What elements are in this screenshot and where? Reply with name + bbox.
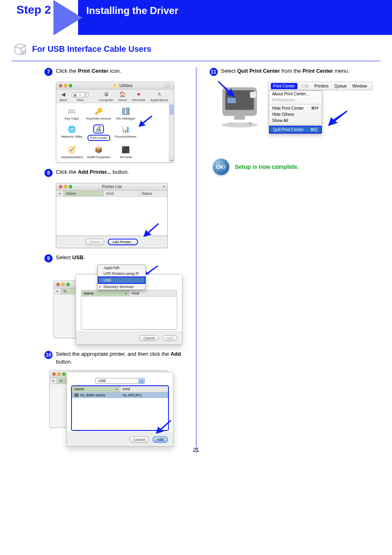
add-printer-sheet: AppleTalk LPR Printers using IP USB Dire…: [76, 274, 182, 345]
toolbar-toggle[interactable]: [165, 84, 171, 87]
window-body: ⌨️Key Caps 🔑Keychain Access ℹ️Info Manag…: [56, 103, 174, 162]
delete-button[interactable]: Delete: [85, 239, 104, 245]
t-bold: Add Printer...: [78, 169, 111, 175]
favorites-button[interactable]: ♥ Favorites: [132, 91, 145, 102]
scrollbar[interactable]: ▲ ▼: [169, 103, 174, 162]
column-right: 11 Select Quit Print Center from the Pri…: [196, 67, 384, 452]
app-keycaps[interactable]: ⌨️Key Caps: [59, 106, 85, 120]
header-heading: Installing the Driver: [86, 5, 178, 16]
list-header: Name▲ Kind: [81, 290, 177, 297]
t: .: [83, 254, 85, 260]
menu-print-center[interactable]: Print Center: [271, 83, 297, 89]
minimize-icon[interactable]: [64, 84, 67, 88]
view-switcher[interactable]: ▦ ≡ ☰ View: [72, 92, 88, 102]
step-text: Click the Print Center icon.: [56, 67, 121, 75]
computer-button[interactable]: 🖥 Computer: [99, 91, 113, 102]
kind-col[interactable]: Kind: [104, 191, 139, 196]
name-col[interactable]: Name: [74, 387, 84, 391]
sheet-footer: Cancel Add: [76, 332, 182, 344]
kind-col[interactable]: Kind: [120, 386, 168, 392]
t: Select the appropriate printer, and then…: [56, 351, 171, 357]
svg-marker-5: [156, 420, 171, 434]
step-8: 8 Click the Add Printer... button.: [12, 168, 192, 177]
back-button[interactable]: ◀ Back: [60, 91, 67, 102]
minimize-icon[interactable]: [64, 185, 67, 189]
menu-appletalk[interactable]: AppleTalk: [98, 265, 145, 271]
ok-row: OK! Setup is now complete.: [201, 159, 380, 175]
traffic-lights[interactable]: [59, 185, 72, 189]
menu-hide[interactable]: Hide Print Center⌘H: [269, 105, 322, 111]
svg-point-15: [249, 123, 251, 125]
label: View: [76, 98, 83, 102]
window-title: Utilities: [119, 83, 132, 88]
menu-printers[interactable]: Printers: [313, 84, 330, 88]
add-printer-button[interactable]: Add Printer...: [108, 239, 138, 245]
printer-list-window: Printer List ● Name ▲ Kind Status Delete…: [56, 183, 168, 248]
label: Info Manager: [116, 117, 135, 120]
t: Select: [221, 68, 238, 74]
menu-directory[interactable]: Directory Services: [98, 284, 145, 290]
app-keychain[interactable]: 🔑Keychain Access: [86, 106, 112, 120]
close-icon[interactable]: [59, 84, 62, 88]
zoom-icon[interactable]: [69, 84, 72, 88]
label: SetupAssistant: [61, 155, 83, 159]
step-number: 11: [210, 68, 218, 76]
app-printcenter[interactable]: 🖨Print Center: [86, 124, 112, 141]
home-button[interactable]: 🏠 Home: [118, 91, 127, 102]
menu-show-all[interactable]: Show All: [269, 117, 322, 124]
default-col[interactable]: ●: [56, 191, 64, 196]
menu-edit[interactable]: Edit: [300, 84, 310, 88]
menu-queue[interactable]: Queue: [333, 84, 348, 88]
app-process[interactable]: 📊ProcessViewer: [113, 124, 139, 141]
scroll-down-icon[interactable]: ▼: [169, 158, 174, 163]
utilities-window: 📁 Utilities ◀ Back ▦ ≡ ☰ View: [56, 82, 174, 163]
home-icon: 🏠: [119, 91, 126, 97]
kind-col[interactable]: Kind: [129, 290, 177, 296]
stuffit-icon: 📦: [93, 145, 104, 154]
status-col[interactable]: Status: [139, 191, 167, 196]
callout-arrow: [136, 115, 153, 128]
process-icon: 📊: [120, 124, 131, 134]
menu-usb[interactable]: USB: [98, 276, 145, 284]
menu-window[interactable]: Window: [351, 84, 369, 88]
applications-button[interactable]: 𝐀 Applications: [150, 91, 168, 102]
zoom-icon[interactable]: [69, 185, 72, 189]
menu-bar: Print Center Edit Printers Queue Window: [268, 82, 373, 90]
step-10: 10 Select the appropriate printer, and t…: [12, 350, 192, 366]
menu-lpr[interactable]: LPR Printers using IP: [98, 271, 145, 276]
t-bold: Print Center: [302, 68, 333, 74]
printer-row[interactable]: HL-3450 series HL-MFLPro: [72, 392, 168, 398]
printer-kind: HL-MFLPro: [120, 392, 168, 398]
t: button.: [56, 359, 72, 365]
add-button[interactable]: Add: [162, 335, 177, 341]
svg-line-1: [22, 51, 23, 52]
step-text: Select the appropriate printer, and then…: [56, 350, 192, 366]
connection-combo[interactable]: USB ⇅: [95, 378, 145, 384]
close-icon[interactable]: [59, 185, 62, 189]
app-setup[interactable]: 🧭SetupAssistant: [59, 145, 85, 159]
keychain-icon: 🔑: [93, 106, 104, 115]
app-stuffit[interactable]: 📦StuffIt Expander: [86, 145, 112, 159]
connection-popup-menu[interactable]: AppleTalk LPR Printers using IP USB Dire…: [97, 265, 146, 290]
view-icons: ▦ ≡ ☰: [72, 92, 88, 97]
ok-text: Setup is now complete.: [235, 163, 299, 170]
app-netutil[interactable]: 🌐Network Utility: [59, 124, 85, 141]
add-button[interactable]: Add: [152, 436, 168, 443]
app-info[interactable]: ℹ️Info Manager: [113, 106, 139, 120]
menu-about[interactable]: About Print Center...: [269, 91, 322, 97]
name-col[interactable]: Name ▲: [64, 191, 104, 196]
page-number: 21: [193, 447, 199, 453]
svg-point-13: [227, 122, 235, 126]
cancel-button[interactable]: Cancel: [129, 436, 149, 443]
step-number: 8: [44, 169, 53, 177]
cancel-button[interactable]: Cancel: [139, 335, 159, 341]
menu-hide-others[interactable]: Hide Others: [269, 111, 322, 117]
menu-quit[interactable]: Quit Print Center⌘Q: [269, 126, 322, 134]
scroll-thumb[interactable]: [170, 105, 173, 115]
traffic-lights[interactable]: [59, 84, 72, 88]
name-col[interactable]: Name: [84, 291, 94, 295]
t: button.: [111, 169, 129, 175]
app-terminal[interactable]: ⬛Terminal: [113, 145, 139, 159]
print-center-menu: Print Center Edit Printers Queue Window …: [268, 82, 373, 90]
combo-chevrons-icon[interactable]: ⇅: [139, 378, 145, 384]
